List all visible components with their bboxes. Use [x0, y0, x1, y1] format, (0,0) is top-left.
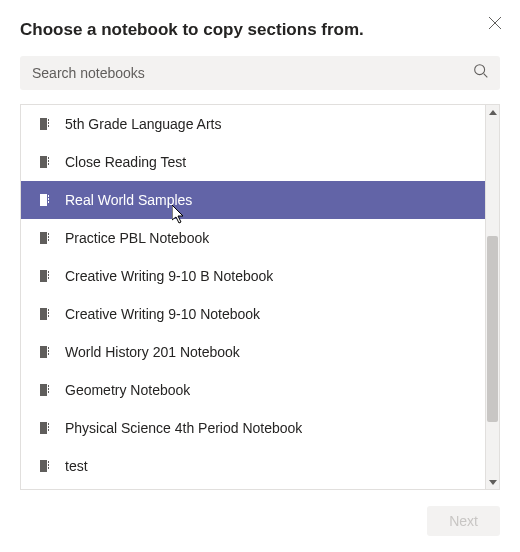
notebook-icon [37, 155, 51, 169]
dialog-title: Choose a notebook to copy sections from. [20, 20, 364, 40]
notebook-icon [37, 193, 51, 207]
dialog-header: Choose a notebook to copy sections from. [20, 20, 500, 40]
notebook-item[interactable]: Physical Science 4th Period Notebook [21, 409, 485, 447]
notebook-icon [37, 231, 51, 245]
notebook-item[interactable]: 5th Grade Language Arts [21, 105, 485, 143]
notebook-icon [37, 383, 51, 397]
scroll-up-arrow[interactable] [486, 105, 499, 119]
notebook-item[interactable]: Close Reading Test [21, 143, 485, 181]
notebook-label: World History 201 Notebook [65, 344, 240, 360]
notebook-label: Close Reading Test [65, 154, 186, 170]
notebook-icon [37, 459, 51, 473]
notebook-item[interactable]: Creative Writing 9-10 B Notebook [21, 257, 485, 295]
notebook-icon [37, 345, 51, 359]
notebook-label: 5th Grade Language Arts [65, 116, 221, 132]
notebook-label: Creative Writing 9-10 Notebook [65, 306, 260, 322]
notebook-icon [37, 117, 51, 131]
notebook-item[interactable]: Geometry Notebook [21, 371, 485, 409]
notebook-icon [37, 421, 51, 435]
search-container [20, 56, 500, 90]
close-button[interactable] [486, 14, 504, 35]
dialog-footer: Next [20, 490, 500, 536]
scroll-thumb[interactable] [487, 236, 498, 421]
notebook-icon [37, 269, 51, 283]
notebook-label: Practice PBL Notebook [65, 230, 209, 246]
next-button[interactable]: Next [427, 506, 500, 536]
notebook-label: Real World Samples [65, 192, 192, 208]
scroll-track[interactable] [486, 119, 499, 475]
notebook-item[interactable]: Practice PBL Notebook [21, 219, 485, 257]
scrollbar[interactable] [485, 105, 499, 489]
dialog: Choose a notebook to copy sections from.… [0, 0, 520, 552]
notebook-item[interactable]: World History 201 Notebook [21, 333, 485, 371]
notebook-item[interactable]: Creative Writing 9-10 Notebook [21, 295, 485, 333]
notebook-label: Geometry Notebook [65, 382, 190, 398]
close-icon [488, 16, 502, 33]
notebook-icon [37, 307, 51, 321]
search-input[interactable] [20, 56, 500, 90]
notebook-list-container: 5th Grade Language ArtsClose Reading Tes… [20, 104, 500, 490]
notebook-item[interactable]: Real World Samples [21, 181, 485, 219]
notebook-item[interactable]: test [21, 447, 485, 485]
notebook-label: Creative Writing 9-10 B Notebook [65, 268, 273, 284]
scroll-down-arrow[interactable] [486, 475, 499, 489]
notebook-label: test [65, 458, 88, 474]
notebook-list: 5th Grade Language ArtsClose Reading Tes… [21, 105, 485, 489]
notebook-label: Physical Science 4th Period Notebook [65, 420, 302, 436]
